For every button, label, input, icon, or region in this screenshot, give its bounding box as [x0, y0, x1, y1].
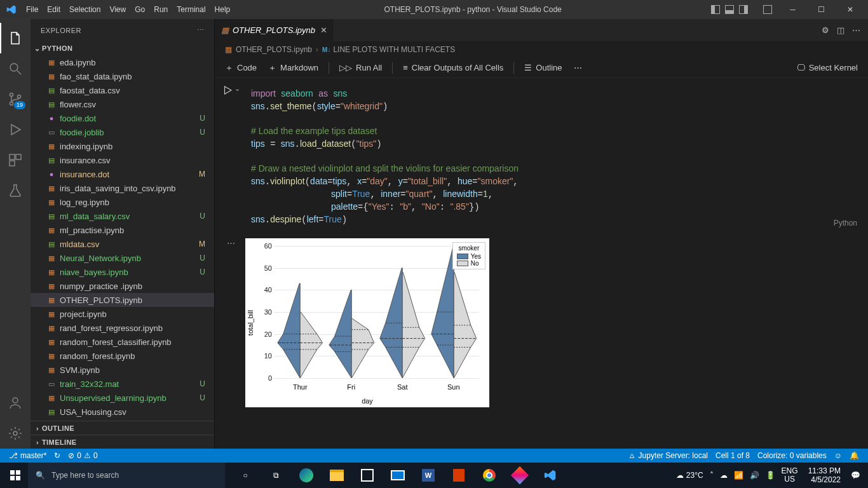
search-tab[interactable] — [0, 53, 31, 84]
run-debug-tab[interactable] — [0, 114, 31, 145]
menu-edit[interactable]: Edit — [43, 5, 65, 14]
colorize-status[interactable]: Colorize: 0 variables — [754, 449, 831, 463]
accounts-tab[interactable] — [0, 388, 31, 418]
file-item[interactable]: ▦project.ipynb — [31, 307, 214, 321]
volume-icon[interactable]: 🔊 — [750, 471, 759, 480]
app-generic-icon[interactable] — [506, 463, 534, 488]
breadcrumb[interactable]: ▦ OTHER_PLOTS.ipynb › M↓ LINE PLOTS WITH… — [215, 41, 868, 58]
menu-terminal[interactable]: Terminal — [172, 5, 210, 14]
file-item[interactable]: ▦indexing.ipynb — [31, 139, 214, 153]
file-item[interactable]: ▦rand_forest_regressor.ipynb — [31, 321, 214, 335]
file-item[interactable]: ●insurance.dotM — [31, 167, 214, 181]
file-item[interactable]: ▤ml_data_salary.csvU — [31, 209, 214, 223]
file-item[interactable]: ▦ml_practise.ipynb — [31, 223, 214, 237]
output-more-icon[interactable]: ⋯ — [220, 234, 241, 417]
tray-expand-icon[interactable]: ˄ — [710, 471, 714, 480]
layout-toggles[interactable] — [711, 5, 778, 14]
outline-button[interactable]: ☰Outline — [520, 62, 566, 74]
file-item[interactable]: ▤faostat_data.csv — [31, 83, 214, 97]
outline-section[interactable]: › OUTLINE — [31, 421, 214, 435]
extensions-tab[interactable] — [0, 145, 31, 175]
cell-run-button[interactable]: ⌄ — [220, 82, 241, 231]
file-item[interactable]: ▦Neural_Network.ipynbU — [31, 251, 214, 265]
breadcrumb-section[interactable]: LINE PLOTS WITH MULTI FACETS — [333, 45, 455, 54]
file-item[interactable]: ▦random_forest.ipynb — [31, 349, 214, 363]
wifi-icon[interactable]: 📶 — [734, 471, 743, 480]
add-code-cell-button[interactable]: ＋Code — [221, 61, 261, 75]
action-center-icon[interactable]: 💬 — [851, 471, 860, 480]
maximize-button[interactable]: ☐ — [807, 0, 836, 19]
file-item[interactable]: ▦numpy_practice .ipynb — [31, 279, 214, 293]
cell-position[interactable]: Cell 1 of 8 — [712, 449, 754, 463]
toolbar-more-button[interactable]: ⋯ — [570, 62, 586, 74]
file-item[interactable]: ▤insurance.csv — [31, 153, 214, 167]
notebook-body[interactable]: ⌄ import seaborn as sns sns.set_theme(st… — [215, 78, 868, 449]
onedrive-icon[interactable]: ☁ — [720, 471, 728, 480]
branch-indicator[interactable]: ⎇ master* — [5, 449, 50, 463]
add-markdown-cell-button[interactable]: ＋Markdown — [264, 61, 322, 75]
clock[interactable]: 11:33 PM 4/5/2022 — [804, 466, 844, 484]
toggle-panel-right-icon[interactable] — [739, 5, 748, 14]
menu-selection[interactable]: Selection — [65, 5, 105, 14]
cell-editor[interactable]: import seaborn as sns sns.set_theme(styl… — [241, 82, 863, 231]
problems-indicator[interactable]: ⊘0 ⚠0 — [64, 449, 101, 463]
menu-go[interactable]: Go — [130, 5, 149, 14]
more-actions-icon[interactable]: ⋯ — [852, 25, 860, 35]
file-item[interactable]: ▦log_reg.ipynb — [31, 195, 214, 209]
file-item[interactable]: ▦OTHER_PLOTS.ipynb — [31, 293, 214, 307]
file-item[interactable]: ▦random_forest_classifier.ipynb — [31, 335, 214, 349]
breadcrumb-file[interactable]: OTHER_PLOTS.ipynb — [236, 45, 312, 54]
menu-view[interactable]: View — [105, 5, 130, 14]
feedback-icon[interactable]: ☺ — [831, 449, 846, 463]
file-item[interactable]: ▭train_32x32.matU — [31, 377, 214, 391]
weather-widget[interactable]: ☁ 23°C — [676, 471, 703, 480]
jupyter-server-status[interactable]: 🜂 Jupyter Server: local — [625, 449, 712, 463]
file-item[interactable]: ▤mldata.csvM — [31, 237, 214, 251]
file-item[interactable]: ▤USA_Housing.csv — [31, 405, 214, 419]
toggle-panel-left-icon[interactable] — [711, 5, 720, 14]
menu-run[interactable]: Run — [149, 5, 172, 14]
tab-other-plots[interactable]: ▦ OTHER_PLOTS.ipynb ✕ — [215, 19, 334, 41]
select-kernel-button[interactable]: 🖵Select Kernel — [793, 62, 862, 74]
settings-tab[interactable] — [0, 418, 31, 449]
chevron-down-icon[interactable]: ⌄ — [234, 85, 240, 93]
menu-help[interactable]: Help — [210, 5, 235, 14]
explorer-more-icon[interactable]: ⋯ — [197, 26, 205, 34]
mail-icon[interactable] — [384, 463, 412, 488]
file-tree[interactable]: ▦eda.ipynb▦fao_stat_data.ipynb▤faostat_d… — [31, 55, 214, 421]
file-item[interactable]: ▦eda.ipynb — [31, 55, 214, 69]
close-button[interactable]: ✕ — [836, 0, 864, 19]
file-item[interactable]: ▭foodie.joblibU — [31, 125, 214, 139]
clear-outputs-button[interactable]: ≡Clear Outputs of All Cells — [399, 62, 507, 74]
code-content[interactable]: import seaborn as sns sns.set_theme(styl… — [242, 83, 862, 230]
edge-icon[interactable] — [292, 463, 320, 488]
chrome-icon[interactable] — [475, 463, 503, 488]
customize-layout-icon[interactable] — [763, 5, 772, 14]
split-editor-icon[interactable]: ◫ — [837, 25, 844, 35]
task-view-icon[interactable]: ⧉ — [262, 463, 290, 488]
file-item[interactable]: ▦iris_data_saving_into_csv.ipynb — [31, 181, 214, 195]
notifications-icon[interactable]: 🔔 — [846, 449, 863, 463]
taskbar-search[interactable]: 🔍 Type here to search — [28, 463, 225, 488]
ms-store-icon[interactable] — [353, 463, 381, 488]
file-item[interactable]: ▤flower.csv — [31, 97, 214, 111]
run-all-button[interactable]: ▷▷Run All — [336, 62, 386, 74]
source-control-tab[interactable]: 19 — [0, 84, 31, 114]
office-icon[interactable] — [445, 463, 473, 488]
language-indicator[interactable]: ENG US — [782, 467, 798, 484]
notebook-toolbar-customize-icon[interactable]: ⚙ — [822, 25, 829, 35]
file-item[interactable]: ▦fao_stat_data.ipynb — [31, 69, 214, 83]
code-cell[interactable]: ⌄ import seaborn as sns sns.set_theme(st… — [215, 82, 868, 234]
menu-file[interactable]: File — [22, 5, 43, 14]
word-icon[interactable]: W — [414, 463, 442, 488]
start-button[interactable] — [3, 463, 28, 488]
file-item[interactable]: ●foodie.dotU — [31, 111, 214, 125]
file-item[interactable]: ▦SVM.ipynb — [31, 363, 214, 377]
explorer-tab[interactable] — [0, 23, 31, 53]
cortana-icon[interactable]: ○ — [231, 463, 259, 488]
minimize-button[interactable]: ─ — [778, 0, 807, 19]
toggle-panel-bottom-icon[interactable] — [725, 5, 734, 14]
vscode-taskbar-icon[interactable] — [536, 463, 564, 488]
workspace-folder-header[interactable]: ⌄ PYTHON — [31, 41, 214, 55]
battery-icon[interactable]: 🔋 — [766, 471, 775, 480]
